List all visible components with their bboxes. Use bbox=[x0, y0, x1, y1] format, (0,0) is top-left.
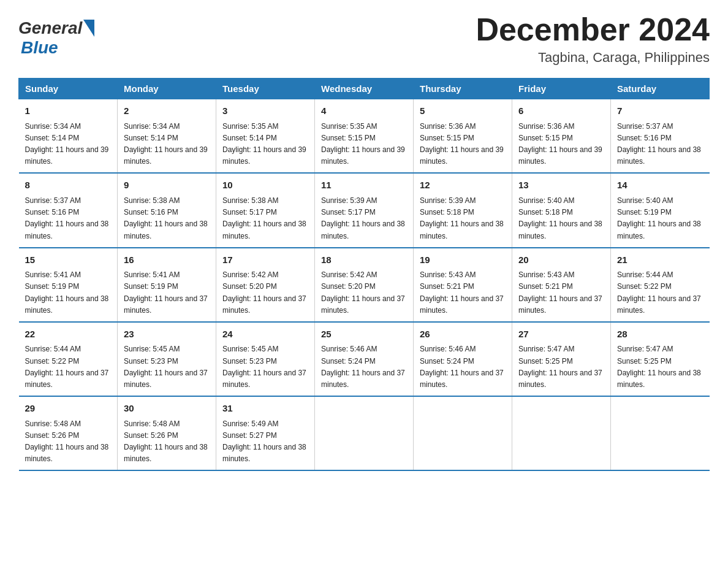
day-info: Sunrise: 5:48 AMSunset: 5:26 PMDaylight:… bbox=[124, 418, 210, 465]
day-number: 8 bbox=[25, 178, 112, 193]
day-info: Sunrise: 5:36 AMSunset: 5:15 PMDaylight:… bbox=[518, 121, 604, 168]
day-number: 12 bbox=[420, 178, 506, 193]
day-info: Sunrise: 5:46 AMSunset: 5:24 PMDaylight:… bbox=[420, 343, 506, 391]
day-info: Sunrise: 5:42 AMSunset: 5:20 PMDaylight:… bbox=[321, 269, 407, 316]
day-number: 4 bbox=[321, 104, 407, 118]
weekday-header-row: SundayMondayTuesdayWednesdayThursdayFrid… bbox=[19, 79, 710, 99]
day-number: 25 bbox=[321, 327, 407, 342]
day-info: Sunrise: 5:35 AMSunset: 5:15 PMDaylight:… bbox=[321, 121, 407, 168]
calendar-week-row: 8Sunrise: 5:37 AMSunset: 5:16 PMDaylight… bbox=[19, 173, 710, 247]
day-number: 21 bbox=[617, 253, 703, 267]
day-number: 31 bbox=[222, 402, 308, 416]
weekday-header-friday: Friday bbox=[512, 79, 611, 99]
calendar-cell bbox=[414, 396, 512, 470]
weekday-header-wednesday: Wednesday bbox=[315, 79, 414, 99]
day-info: Sunrise: 5:34 AMSunset: 5:14 PMDaylight:… bbox=[124, 121, 210, 168]
calendar-cell: 3Sunrise: 5:35 AMSunset: 5:14 PMDaylight… bbox=[216, 99, 315, 174]
day-number: 14 bbox=[617, 178, 703, 193]
day-info: Sunrise: 5:37 AMSunset: 5:16 PMDaylight:… bbox=[25, 195, 112, 242]
day-info: Sunrise: 5:42 AMSunset: 5:20 PMDaylight:… bbox=[222, 269, 308, 316]
day-info: Sunrise: 5:36 AMSunset: 5:15 PMDaylight:… bbox=[420, 121, 506, 168]
day-number: 23 bbox=[124, 327, 210, 342]
logo: General Blue bbox=[18, 18, 94, 58]
day-info: Sunrise: 5:39 AMSunset: 5:18 PMDaylight:… bbox=[420, 195, 506, 242]
day-number: 9 bbox=[124, 178, 210, 193]
calendar-cell: 22Sunrise: 5:44 AMSunset: 5:22 PMDayligh… bbox=[19, 322, 118, 396]
calendar-cell: 16Sunrise: 5:41 AMSunset: 5:19 PMDayligh… bbox=[118, 248, 216, 322]
day-number: 1 bbox=[25, 104, 112, 118]
day-info: Sunrise: 5:44 AMSunset: 5:22 PMDaylight:… bbox=[617, 269, 703, 316]
calendar-header: SundayMondayTuesdayWednesdayThursdayFrid… bbox=[19, 79, 710, 99]
day-info: Sunrise: 5:48 AMSunset: 5:26 PMDaylight:… bbox=[25, 418, 112, 465]
calendar-cell: 8Sunrise: 5:37 AMSunset: 5:16 PMDaylight… bbox=[19, 173, 118, 247]
day-info: Sunrise: 5:34 AMSunset: 5:14 PMDaylight:… bbox=[25, 121, 112, 168]
weekday-header-sunday: Sunday bbox=[19, 79, 118, 99]
calendar-cell: 24Sunrise: 5:45 AMSunset: 5:23 PMDayligh… bbox=[216, 322, 315, 396]
day-info: Sunrise: 5:45 AMSunset: 5:23 PMDaylight:… bbox=[124, 343, 210, 391]
day-number: 28 bbox=[617, 327, 703, 342]
calendar-cell: 15Sunrise: 5:41 AMSunset: 5:19 PMDayligh… bbox=[19, 248, 118, 322]
calendar-cell: 11Sunrise: 5:39 AMSunset: 5:17 PMDayligh… bbox=[315, 173, 414, 247]
day-info: Sunrise: 5:45 AMSunset: 5:23 PMDaylight:… bbox=[222, 343, 308, 391]
day-info: Sunrise: 5:35 AMSunset: 5:14 PMDaylight:… bbox=[222, 121, 308, 168]
day-number: 6 bbox=[518, 104, 604, 118]
day-info: Sunrise: 5:40 AMSunset: 5:19 PMDaylight:… bbox=[617, 195, 703, 242]
day-info: Sunrise: 5:44 AMSunset: 5:22 PMDaylight:… bbox=[25, 343, 112, 391]
logo-general-text: General bbox=[18, 18, 82, 38]
calendar-cell bbox=[512, 396, 611, 470]
calendar-cell bbox=[315, 396, 414, 470]
weekday-header-saturday: Saturday bbox=[611, 79, 710, 99]
day-info: Sunrise: 5:43 AMSunset: 5:21 PMDaylight:… bbox=[420, 269, 506, 316]
day-number: 24 bbox=[222, 327, 308, 342]
calendar-week-row: 22Sunrise: 5:44 AMSunset: 5:22 PMDayligh… bbox=[19, 322, 710, 396]
calendar-cell: 30Sunrise: 5:48 AMSunset: 5:26 PMDayligh… bbox=[118, 396, 216, 470]
day-info: Sunrise: 5:37 AMSunset: 5:16 PMDaylight:… bbox=[617, 121, 703, 168]
day-info: Sunrise: 5:41 AMSunset: 5:19 PMDaylight:… bbox=[124, 269, 210, 316]
calendar-cell: 12Sunrise: 5:39 AMSunset: 5:18 PMDayligh… bbox=[414, 173, 512, 247]
day-info: Sunrise: 5:40 AMSunset: 5:18 PMDaylight:… bbox=[518, 195, 604, 242]
day-number: 18 bbox=[321, 253, 407, 267]
calendar-cell: 23Sunrise: 5:45 AMSunset: 5:23 PMDayligh… bbox=[118, 322, 216, 396]
calendar-cell: 13Sunrise: 5:40 AMSunset: 5:18 PMDayligh… bbox=[512, 173, 611, 247]
calendar-cell: 18Sunrise: 5:42 AMSunset: 5:20 PMDayligh… bbox=[315, 248, 414, 322]
calendar-cell: 1Sunrise: 5:34 AMSunset: 5:14 PMDaylight… bbox=[19, 99, 118, 174]
day-number: 16 bbox=[124, 253, 210, 267]
calendar-cell: 9Sunrise: 5:38 AMSunset: 5:16 PMDaylight… bbox=[118, 173, 216, 247]
calendar-cell: 27Sunrise: 5:47 AMSunset: 5:25 PMDayligh… bbox=[512, 322, 611, 396]
calendar-cell: 29Sunrise: 5:48 AMSunset: 5:26 PMDayligh… bbox=[19, 396, 118, 470]
calendar-cell: 25Sunrise: 5:46 AMSunset: 5:24 PMDayligh… bbox=[315, 322, 414, 396]
calendar-cell: 10Sunrise: 5:38 AMSunset: 5:17 PMDayligh… bbox=[216, 173, 315, 247]
day-number: 2 bbox=[124, 104, 210, 118]
day-info: Sunrise: 5:38 AMSunset: 5:17 PMDaylight:… bbox=[222, 195, 308, 242]
header: General Blue December 2024 Tagbina, Cara… bbox=[18, 12, 710, 66]
day-number: 17 bbox=[222, 253, 308, 267]
day-number: 22 bbox=[25, 327, 112, 342]
calendar-cell: 20Sunrise: 5:43 AMSunset: 5:21 PMDayligh… bbox=[512, 248, 611, 322]
calendar-cell: 5Sunrise: 5:36 AMSunset: 5:15 PMDaylight… bbox=[414, 99, 512, 174]
calendar-cell: 4Sunrise: 5:35 AMSunset: 5:15 PMDaylight… bbox=[315, 99, 414, 174]
calendar-cell: 21Sunrise: 5:44 AMSunset: 5:22 PMDayligh… bbox=[611, 248, 710, 322]
day-number: 5 bbox=[420, 104, 506, 118]
day-info: Sunrise: 5:47 AMSunset: 5:25 PMDaylight:… bbox=[518, 343, 604, 391]
weekday-header-monday: Monday bbox=[118, 79, 216, 99]
day-info: Sunrise: 5:47 AMSunset: 5:25 PMDaylight:… bbox=[617, 343, 703, 391]
calendar-cell: 6Sunrise: 5:36 AMSunset: 5:15 PMDaylight… bbox=[512, 99, 611, 174]
calendar-cell: 7Sunrise: 5:37 AMSunset: 5:16 PMDaylight… bbox=[611, 99, 710, 174]
day-info: Sunrise: 5:41 AMSunset: 5:19 PMDaylight:… bbox=[25, 269, 112, 316]
location-subtitle: Tagbina, Caraga, Philippines bbox=[476, 50, 710, 66]
day-number: 27 bbox=[518, 327, 604, 342]
day-number: 20 bbox=[518, 253, 604, 267]
logo-blue-text: Blue bbox=[21, 38, 94, 58]
day-number: 10 bbox=[222, 178, 308, 193]
title-area: December 2024 Tagbina, Caraga, Philippin… bbox=[476, 12, 710, 66]
calendar-week-row: 29Sunrise: 5:48 AMSunset: 5:26 PMDayligh… bbox=[19, 396, 710, 470]
calendar-cell: 17Sunrise: 5:42 AMSunset: 5:20 PMDayligh… bbox=[216, 248, 315, 322]
logo-triangle-icon bbox=[83, 20, 94, 37]
day-info: Sunrise: 5:39 AMSunset: 5:17 PMDaylight:… bbox=[321, 195, 407, 242]
day-info: Sunrise: 5:38 AMSunset: 5:16 PMDaylight:… bbox=[124, 195, 210, 242]
calendar-cell: 14Sunrise: 5:40 AMSunset: 5:19 PMDayligh… bbox=[611, 173, 710, 247]
day-number: 7 bbox=[617, 104, 703, 118]
calendar-cell bbox=[611, 396, 710, 470]
day-number: 26 bbox=[420, 327, 506, 342]
day-number: 19 bbox=[420, 253, 506, 267]
